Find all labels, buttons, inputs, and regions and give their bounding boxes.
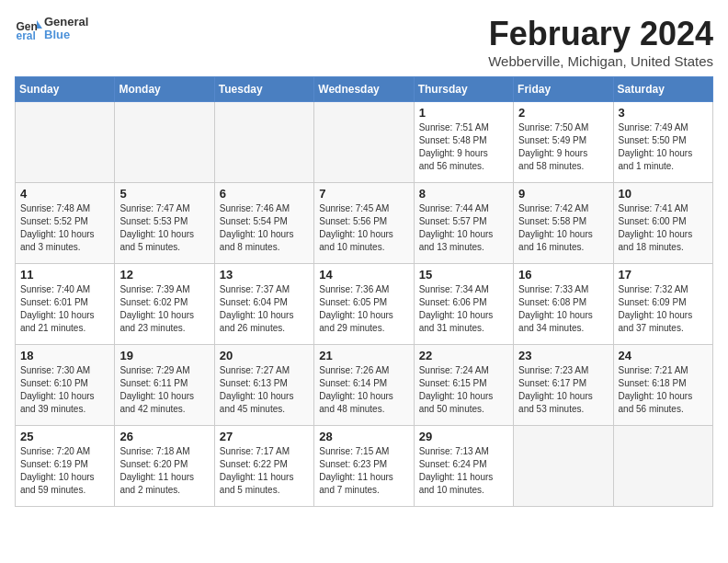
day-info: Sunrise: 7:32 AM Sunset: 6:09 PM Dayligh… (619, 283, 708, 335)
day-cell (214, 102, 313, 183)
day-number: 12 (119, 268, 209, 282)
day-info: Sunrise: 7:39 AM Sunset: 6:02 PM Dayligh… (119, 283, 209, 335)
weekday-header-thursday: Thursday (414, 77, 513, 102)
day-info: Sunrise: 7:42 AM Sunset: 5:58 PM Dayligh… (518, 202, 608, 254)
day-cell (115, 102, 214, 183)
weekday-header-sunday: Sunday (16, 77, 115, 102)
day-number: 28 (319, 430, 408, 443)
day-number: 2 (518, 106, 608, 120)
day-cell: 22Sunrise: 7:24 AM Sunset: 6:15 PM Dayli… (414, 345, 513, 426)
weekday-header-friday: Friday (514, 77, 613, 102)
day-number: 27 (220, 430, 309, 443)
day-info: Sunrise: 7:46 AM Sunset: 5:54 PM Dayligh… (220, 202, 309, 254)
day-info: Sunrise: 7:23 AM Sunset: 6:17 PM Dayligh… (518, 364, 608, 416)
day-number: 29 (419, 430, 508, 443)
day-info: Sunrise: 7:17 AM Sunset: 6:22 PM Dayligh… (220, 445, 309, 497)
day-info: Sunrise: 7:37 AM Sunset: 6:04 PM Dayligh… (220, 283, 309, 335)
day-cell: 14Sunrise: 7:36 AM Sunset: 6:05 PM Dayli… (314, 264, 414, 345)
day-number: 20 (220, 349, 309, 362)
day-info: Sunrise: 7:24 AM Sunset: 6:15 PM Dayligh… (419, 364, 508, 416)
day-number: 17 (619, 268, 708, 282)
day-cell: 8Sunrise: 7:44 AM Sunset: 5:57 PM Daylig… (414, 183, 513, 264)
day-number: 8 (419, 187, 508, 201)
logo: Gen eral General Blue (15, 15, 88, 42)
day-info: Sunrise: 7:29 AM Sunset: 6:11 PM Dayligh… (119, 364, 209, 416)
logo-text: General Blue (44, 16, 88, 42)
day-info: Sunrise: 7:41 AM Sunset: 6:00 PM Dayligh… (619, 202, 708, 254)
day-cell: 9Sunrise: 7:42 AM Sunset: 5:58 PM Daylig… (514, 183, 613, 264)
day-cell: 3Sunrise: 7:49 AM Sunset: 5:50 PM Daylig… (613, 102, 712, 183)
day-number: 16 (518, 268, 608, 282)
day-info: Sunrise: 7:15 AM Sunset: 6:23 PM Dayligh… (319, 445, 408, 497)
day-info: Sunrise: 7:21 AM Sunset: 6:18 PM Dayligh… (619, 364, 708, 416)
day-number: 19 (119, 349, 209, 362)
day-number: 22 (419, 349, 508, 362)
week-row-5: 25Sunrise: 7:20 AM Sunset: 6:19 PM Dayli… (16, 426, 713, 507)
day-number: 10 (619, 187, 708, 201)
weekday-header-tuesday: Tuesday (214, 77, 313, 102)
day-info: Sunrise: 7:48 AM Sunset: 5:52 PM Dayligh… (20, 202, 109, 254)
day-info: Sunrise: 7:47 AM Sunset: 5:53 PM Dayligh… (119, 202, 209, 254)
day-info: Sunrise: 7:26 AM Sunset: 6:14 PM Dayligh… (319, 364, 408, 416)
day-cell (16, 102, 115, 183)
day-info: Sunrise: 7:20 AM Sunset: 6:19 PM Dayligh… (20, 445, 109, 497)
day-number: 23 (518, 349, 608, 362)
day-cell (314, 102, 414, 183)
day-cell: 26Sunrise: 7:18 AM Sunset: 6:20 PM Dayli… (115, 426, 214, 507)
day-cell: 29Sunrise: 7:13 AM Sunset: 6:24 PM Dayli… (414, 426, 513, 507)
header: Gen eral General Blue February 2024 Webb… (15, 15, 713, 69)
day-info: Sunrise: 7:13 AM Sunset: 6:24 PM Dayligh… (419, 445, 508, 497)
day-cell: 27Sunrise: 7:17 AM Sunset: 6:22 PM Dayli… (214, 426, 313, 507)
day-number: 15 (419, 268, 508, 282)
day-cell: 10Sunrise: 7:41 AM Sunset: 6:00 PM Dayli… (613, 183, 712, 264)
day-cell: 5Sunrise: 7:47 AM Sunset: 5:53 PM Daylig… (115, 183, 214, 264)
day-info: Sunrise: 7:30 AM Sunset: 6:10 PM Dayligh… (20, 364, 109, 416)
day-info: Sunrise: 7:49 AM Sunset: 5:50 PM Dayligh… (619, 121, 708, 173)
day-info: Sunrise: 7:40 AM Sunset: 6:01 PM Dayligh… (20, 283, 109, 335)
day-number: 9 (518, 187, 608, 201)
week-row-2: 4Sunrise: 7:48 AM Sunset: 5:52 PM Daylig… (16, 183, 713, 264)
day-number: 1 (419, 106, 508, 120)
week-row-4: 18Sunrise: 7:30 AM Sunset: 6:10 PM Dayli… (16, 345, 713, 426)
day-info: Sunrise: 7:51 AM Sunset: 5:48 PM Dayligh… (419, 121, 508, 173)
day-cell: 28Sunrise: 7:15 AM Sunset: 6:23 PM Dayli… (314, 426, 414, 507)
day-cell: 20Sunrise: 7:27 AM Sunset: 6:13 PM Dayli… (214, 345, 313, 426)
day-info: Sunrise: 7:34 AM Sunset: 6:06 PM Dayligh… (419, 283, 508, 335)
day-cell: 25Sunrise: 7:20 AM Sunset: 6:19 PM Dayli… (16, 426, 115, 507)
day-number: 7 (319, 187, 408, 201)
day-number: 21 (319, 349, 408, 362)
day-cell: 24Sunrise: 7:21 AM Sunset: 6:18 PM Dayli… (613, 345, 712, 426)
day-number: 24 (619, 349, 708, 362)
month-year: February 2024 (488, 15, 713, 53)
day-cell: 4Sunrise: 7:48 AM Sunset: 5:52 PM Daylig… (16, 183, 115, 264)
day-cell: 13Sunrise: 7:37 AM Sunset: 6:04 PM Dayli… (214, 264, 313, 345)
day-number: 6 (220, 187, 309, 201)
day-cell: 19Sunrise: 7:29 AM Sunset: 6:11 PM Dayli… (115, 345, 214, 426)
day-number: 18 (20, 349, 109, 362)
day-cell: 2Sunrise: 7:50 AM Sunset: 5:49 PM Daylig… (514, 102, 613, 183)
day-info: Sunrise: 7:45 AM Sunset: 5:56 PM Dayligh… (319, 202, 408, 254)
day-cell: 21Sunrise: 7:26 AM Sunset: 6:14 PM Dayli… (314, 345, 414, 426)
day-number: 26 (119, 430, 209, 443)
logo-line2: Blue (44, 29, 88, 41)
day-number: 25 (20, 430, 109, 443)
day-number: 11 (20, 268, 109, 282)
day-cell: 17Sunrise: 7:32 AM Sunset: 6:09 PM Dayli… (613, 264, 712, 345)
day-number: 14 (319, 268, 408, 282)
day-cell: 12Sunrise: 7:39 AM Sunset: 6:02 PM Dayli… (115, 264, 214, 345)
week-row-1: 1Sunrise: 7:51 AM Sunset: 5:48 PM Daylig… (16, 102, 713, 183)
day-info: Sunrise: 7:44 AM Sunset: 5:57 PM Dayligh… (419, 202, 508, 254)
day-number: 13 (220, 268, 309, 282)
day-cell: 23Sunrise: 7:23 AM Sunset: 6:17 PM Dayli… (514, 345, 613, 426)
weekday-header-wednesday: Wednesday (314, 77, 414, 102)
day-cell: 18Sunrise: 7:30 AM Sunset: 6:10 PM Dayli… (16, 345, 115, 426)
svg-marker-2 (37, 20, 42, 29)
weekday-header-monday: Monday (115, 77, 214, 102)
day-number: 3 (619, 106, 708, 120)
day-cell: 6Sunrise: 7:46 AM Sunset: 5:54 PM Daylig… (214, 183, 313, 264)
calendar-table: SundayMondayTuesdayWednesdayThursdayFrid… (15, 76, 713, 507)
day-info: Sunrise: 7:27 AM Sunset: 6:13 PM Dayligh… (220, 364, 309, 416)
day-cell: 7Sunrise: 7:45 AM Sunset: 5:56 PM Daylig… (314, 183, 414, 264)
weekday-header-saturday: Saturday (613, 77, 712, 102)
day-cell: 15Sunrise: 7:34 AM Sunset: 6:06 PM Dayli… (414, 264, 513, 345)
